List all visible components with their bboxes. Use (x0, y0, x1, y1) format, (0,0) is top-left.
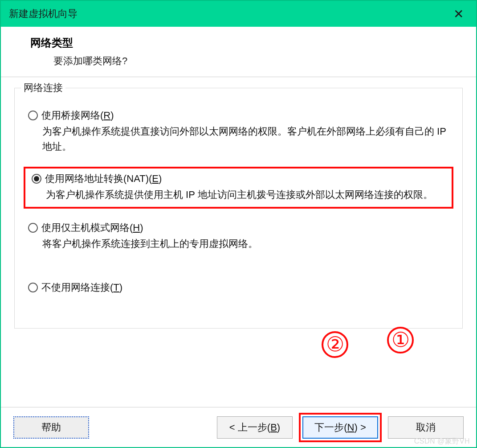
page-subtitle: 要添加哪类网络? (53, 54, 463, 68)
option-bridged-desc: 为客户机操作系统提供直接访问外部以太网网络的权限。客户机在外部网络上必须有自己的… (42, 124, 453, 154)
annotation-2: ② (322, 331, 348, 358)
close-icon[interactable]: ✕ (449, 5, 468, 23)
wizard-footer: 帮助 < 上一步(B) 下一步(N) > 取消 (1, 407, 476, 447)
wizard-content: 网络连接 使用桥接网络(R) 为客户机操作系统提供直接访问外部以太网网络的权限。… (1, 77, 476, 407)
option-hostonly-label: 使用仅主机模式网络(H) (41, 221, 143, 234)
help-button[interactable]: 帮助 (13, 416, 89, 439)
option-nat-label: 使用网络地址转换(NAT)(E) (45, 172, 162, 185)
highlight-box-next: 下一步(N) > (299, 413, 382, 442)
wizard-window: 新建虚拟机向导 ✕ 网络类型 要添加哪类网络? 网络连接 使用桥接网络(R) 为… (0, 0, 477, 448)
highlight-box-nat: 使用网络地址转换(NAT)(E) 为客户机操作系统提供使用主机 IP 地址访问主… (24, 167, 453, 209)
radio-icon[interactable] (28, 283, 38, 292)
option-none[interactable]: 不使用网络连接(T) (24, 281, 453, 294)
window-title: 新建虚拟机向导 (9, 7, 77, 21)
option-bridged-label: 使用桥接网络(R) (41, 109, 114, 122)
radio-icon[interactable] (32, 174, 41, 184)
option-hostonly[interactable]: 使用仅主机模式网络(H) 将客户机操作系统连接到主机上的专用虚拟网络。 (24, 221, 453, 251)
back-button[interactable]: < 上一步(B) (217, 416, 293, 439)
option-bridged[interactable]: 使用桥接网络(R) 为客户机操作系统提供直接访问外部以太网网络的权限。客户机在外… (24, 109, 453, 154)
titlebar: 新建虚拟机向导 ✕ (1, 1, 476, 27)
option-none-label: 不使用网络连接(T) (41, 281, 122, 294)
radio-icon[interactable] (28, 223, 38, 233)
watermark: CSDN @象野VH (414, 437, 470, 446)
option-hostonly-desc: 将客户机操作系统连接到主机上的专用虚拟网络。 (42, 236, 453, 251)
next-button[interactable]: 下一步(N) > (302, 416, 378, 439)
wizard-header: 网络类型 要添加哪类网络? (1, 27, 476, 77)
option-nat[interactable]: 使用网络地址转换(NAT)(E) 为客户机操作系统提供使用主机 IP 地址访问主… (27, 172, 449, 202)
radio-icon[interactable] (28, 111, 38, 120)
page-title: 网络类型 (30, 36, 463, 50)
annotation-1: ① (387, 327, 414, 353)
network-fieldset: 网络连接 使用桥接网络(R) 为客户机操作系统提供直接访问外部以太网网络的权限。… (14, 88, 463, 329)
option-nat-desc: 为客户机操作系统提供使用主机 IP 地址访问主机拨号连接或外部以太网网络连接的权… (46, 187, 449, 202)
cancel-button[interactable]: 取消 (388, 416, 464, 439)
fieldset-legend: 网络连接 (21, 81, 65, 95)
